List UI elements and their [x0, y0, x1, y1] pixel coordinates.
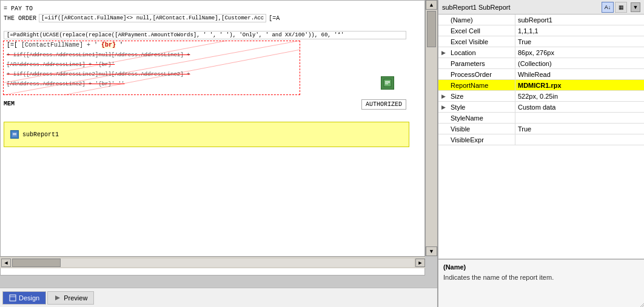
prop-value-name[interactable]: subReport1	[515, 15, 644, 25]
prop-row-name: (Name) subReport1	[438, 15, 644, 25]
address-block: + iif([Address.AddressLine1]null[Address…	[7, 50, 190, 89]
props-table: (Name) subReport1 Excel Cell 1,1,1,1	[438, 15, 644, 259]
small-report-icon	[381, 76, 394, 90]
prop-label-process-order: ProcessOrder	[448, 69, 515, 79]
prop-row-parameters: Parameters (Collection)	[438, 58, 644, 69]
prop-value-style-name[interactable]	[515, 113, 644, 123]
scroll-down-btn[interactable]: ▼	[426, 246, 437, 256]
prop-label-visible-expr: VisibleExpr	[448, 134, 515, 145]
panel-close-btn[interactable]: ▼	[631, 2, 640, 12]
prop-row-process-order: ProcessOrder WhileRead	[438, 69, 644, 80]
prop-row-style-name: StyleName	[438, 113, 644, 124]
subreport-name-label: subReport1	[22, 131, 59, 138]
canvas-area: = PAY TO THE ORDER [=iif([ARContact.Full…	[0, 0, 437, 288]
design-icon	[9, 294, 16, 302]
prop-row-style: ▶ Style Custom data	[438, 102, 644, 113]
props-toolbar: A↓ ▦ ▼	[602, 2, 640, 13]
preview-icon	[54, 294, 61, 302]
expand-icon-location[interactable]: ▶	[438, 47, 448, 58]
description-box: (Name) Indicates the name of the report …	[438, 259, 644, 307]
h-scroll-track	[12, 259, 414, 267]
prop-value-excel-visible[interactable]: True	[515, 36, 644, 47]
prop-label-location: Location	[448, 47, 515, 58]
canvas-panel: = PAY TO THE ORDER [=iif([ARContact.Full…	[0, 0, 438, 307]
prop-label-report-name: ReportName	[448, 80, 515, 90]
prop-row-visible-expr: VisibleExpr	[438, 134, 644, 145]
prop-label-parameters: Parameters	[448, 58, 515, 68]
bracket-formula-start: [=[ [ContactFullName] + ' {br} '	[7, 42, 123, 48]
expand-icon-report-name	[438, 80, 448, 90]
expand-icon-name	[438, 15, 448, 25]
properties-panel: subReport1 SubReport A↓ ▦ ▼ (Name) subRe…	[438, 0, 644, 307]
svg-line-13	[640, 303, 644, 307]
h-scroll-thumb[interactable]	[12, 259, 61, 267]
prop-value-visible[interactable]: True	[515, 124, 644, 134]
bottom-toolbar: Design Preview	[0, 288, 437, 307]
vertical-scrollbar[interactable]: ▲ ▼	[425, 0, 437, 256]
scroll-right-btn[interactable]: ►	[415, 259, 425, 267]
expand-icon-visible	[438, 124, 448, 134]
prop-value-visible-expr[interactable]	[515, 134, 644, 145]
svg-rect-5	[13, 133, 16, 134]
expand-icon-excel-visible	[438, 36, 448, 47]
expand-icon-style-name	[438, 113, 448, 123]
svg-rect-3	[385, 84, 388, 84]
sort-alpha-btn[interactable]: A↓	[602, 2, 614, 13]
address-line-2: [ARAddress.AddressLine1] + '{br}'	[7, 60, 190, 70]
address-line-3: + iif([Address.AddressLine2]null[Address…	[7, 70, 190, 79]
address-line-1: + iif([Address.AddressLine1]null[Address…	[7, 50, 190, 60]
description-text: Indicates the name of the report item.	[443, 273, 639, 282]
v-scroll-thumb[interactable]	[427, 11, 436, 47]
subreport-icon	[10, 130, 19, 139]
prop-label-size: Size	[448, 91, 515, 101]
horizontal-scrollbar[interactable]: ◄ ►	[0, 256, 425, 268]
preview-tab[interactable]: Preview	[47, 291, 94, 305]
svg-rect-6	[13, 134, 16, 135]
subreport-band[interactable]: subReport1	[4, 122, 409, 147]
svg-rect-2	[385, 82, 390, 83]
expand-icon-process-order	[438, 69, 448, 79]
report-canvas: = PAY TO THE ORDER [=iif([ARContact.Full…	[0, 0, 425, 276]
bracket-close: [=A	[269, 15, 280, 22]
prop-value-report-name[interactable]: MDMICR1.rpx	[515, 80, 644, 90]
the-order-line: THE ORDER [=iif([ARContact.FullName]<> n…	[4, 14, 280, 22]
prop-value-style[interactable]: Custom data	[515, 102, 644, 112]
prop-label-excel-cell: Excel Cell	[448, 25, 515, 36]
prop-value-parameters[interactable]: (Collection)	[515, 58, 644, 68]
design-tab[interactable]: Design	[2, 291, 46, 305]
prop-value-location[interactable]: 86px, 276px	[515, 47, 644, 58]
address-line-4: [ARAddress.AddressLine2] + '{br}' ''	[7, 79, 190, 89]
prop-value-size[interactable]: 522px, 0.25in	[515, 91, 644, 101]
prop-label-style-name: StyleName	[448, 113, 515, 123]
scroll-left-btn[interactable]: ◄	[1, 259, 11, 267]
properties-header: subReport1 SubReport A↓ ▦ ▼	[438, 0, 644, 15]
prop-label-style: Style	[448, 102, 515, 112]
expand-icon-style[interactable]: ▶	[438, 102, 448, 112]
prop-row-excel-visible: Excel Visible True	[438, 36, 644, 47]
grid-view-btn[interactable]: ▦	[615, 2, 627, 13]
expand-icon-size[interactable]: ▶	[438, 91, 448, 101]
description-title: (Name)	[443, 263, 639, 271]
prop-label-visible: Visible	[448, 124, 515, 134]
authorized-box: AUTHORIZED	[361, 99, 406, 110]
svg-rect-10	[10, 295, 16, 301]
prop-row-visible: Visible True	[438, 124, 644, 134]
prop-row-size: ▶ Size 522px, 0.25in	[438, 91, 644, 102]
prop-row-report-name: ReportName MDMICR1.rpx	[438, 80, 644, 91]
padright-formula[interactable]: [=PadRight(UCASE(replace(replace([ARPaym…	[4, 31, 406, 39]
iif-formula-box[interactable]: [=iif([ARContact.FullName]<> null,[ARCon…	[39, 14, 266, 22]
prop-row-excel-cell: Excel Cell 1,1,1,1	[438, 25, 644, 36]
expand-icon-visible-expr	[438, 134, 448, 145]
scroll-up-btn[interactable]: ▲	[426, 0, 437, 10]
mem-label: MEM	[4, 101, 15, 107]
prop-value-excel-cell[interactable]: 1,1,1,1	[515, 25, 644, 36]
prop-row-location: ▶ Location 86px, 276px	[438, 47, 644, 58]
svg-marker-12	[55, 295, 60, 300]
prop-label-excel-visible: Excel Visible	[448, 36, 515, 47]
prop-value-process-order[interactable]: WhileRead	[515, 69, 644, 79]
properties-title: subReport1 SubReport	[442, 4, 511, 11]
svg-rect-1	[385, 81, 390, 82]
expand-icon-excel-cell	[438, 25, 448, 36]
prop-label-name: (Name)	[448, 15, 515, 25]
resize-handle[interactable]	[637, 300, 644, 307]
